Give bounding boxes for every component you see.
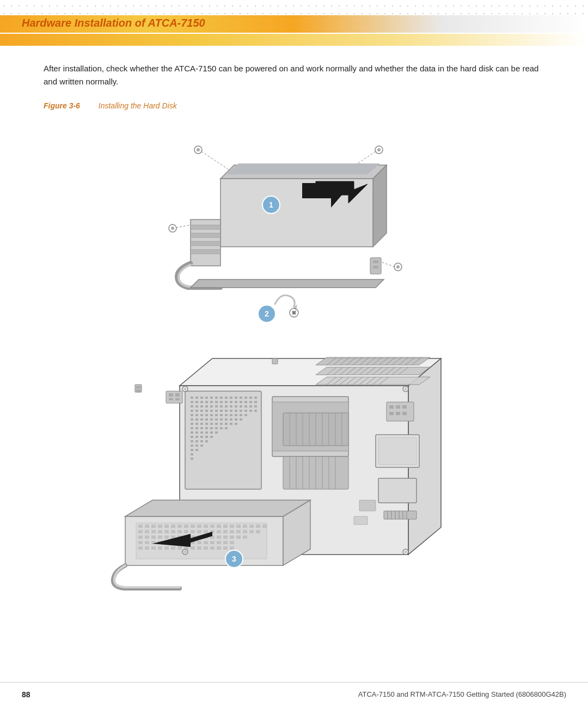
svg-rect-296 xyxy=(243,535,247,539)
svg-rect-197 xyxy=(191,423,193,425)
svg-rect-218 xyxy=(205,431,208,434)
orange-banner xyxy=(0,34,588,46)
svg-rect-236 xyxy=(191,458,193,460)
svg-rect-250 xyxy=(197,525,201,528)
svg-rect-294 xyxy=(230,535,234,539)
svg-rect-119 xyxy=(195,397,198,399)
svg-rect-228 xyxy=(200,440,203,442)
svg-marker-239 xyxy=(125,500,310,516)
svg-rect-201 xyxy=(210,423,213,425)
svg-rect-268 xyxy=(184,530,188,533)
svg-rect-187 xyxy=(195,418,198,421)
svg-rect-324 xyxy=(217,546,221,550)
svg-rect-208 xyxy=(195,427,198,429)
svg-rect-165 xyxy=(215,410,218,412)
svg-rect-125 xyxy=(225,397,228,399)
svg-rect-164 xyxy=(210,410,213,412)
svg-rect-254 xyxy=(223,525,228,528)
header-title-bar: Hardware Installation of ATCA-7150 xyxy=(0,15,588,33)
svg-rect-338 xyxy=(175,398,180,400)
svg-rect-190 xyxy=(210,418,213,421)
svg-rect-315 xyxy=(158,546,162,550)
footer-doc-title: ATCA-7150 and RTM-ATCA-7150 Getting Star… xyxy=(358,690,566,698)
svg-rect-307 xyxy=(204,541,208,544)
svg-rect-102 xyxy=(389,412,394,415)
svg-rect-233 xyxy=(191,449,193,451)
svg-rect-183 xyxy=(235,414,237,416)
svg-rect-161 xyxy=(195,410,198,412)
svg-rect-130 xyxy=(249,397,252,399)
svg-rect-168 xyxy=(230,410,232,412)
svg-rect-232 xyxy=(200,445,203,447)
header-dots xyxy=(0,0,588,15)
svg-rect-143 xyxy=(244,401,247,403)
svg-rect-266 xyxy=(171,530,175,533)
svg-rect-179 xyxy=(215,414,218,416)
svg-rect-124 xyxy=(220,397,223,399)
svg-rect-27 xyxy=(373,260,378,263)
svg-rect-173 xyxy=(254,410,257,412)
svg-rect-226 xyxy=(191,440,193,442)
svg-rect-214 xyxy=(225,427,228,429)
page-title: Hardware Installation of ATCA-7150 xyxy=(22,17,205,29)
svg-rect-181 xyxy=(225,414,228,416)
svg-rect-104 xyxy=(402,412,407,415)
svg-rect-258 xyxy=(249,525,254,528)
svg-rect-101 xyxy=(402,405,407,409)
svg-rect-149 xyxy=(205,405,208,407)
svg-point-16 xyxy=(171,227,174,230)
svg-marker-9 xyxy=(226,163,380,174)
svg-rect-116 xyxy=(354,516,367,525)
svg-rect-310 xyxy=(223,541,228,544)
svg-rect-131 xyxy=(254,397,257,399)
svg-rect-313 xyxy=(145,546,149,550)
svg-point-344 xyxy=(184,551,186,553)
svg-rect-292 xyxy=(217,535,221,539)
svg-rect-207 xyxy=(191,427,193,429)
svg-rect-200 xyxy=(205,423,208,425)
svg-rect-275 xyxy=(230,530,234,533)
svg-rect-224 xyxy=(205,436,208,438)
svg-rect-99 xyxy=(389,405,394,409)
svg-point-25 xyxy=(396,265,400,269)
svg-rect-298 xyxy=(145,541,149,544)
svg-rect-170 xyxy=(240,410,242,412)
svg-rect-150 xyxy=(210,405,213,407)
svg-rect-152 xyxy=(220,405,223,407)
svg-rect-261 xyxy=(138,530,143,533)
svg-marker-54 xyxy=(316,367,430,375)
svg-rect-240 xyxy=(136,523,267,559)
svg-rect-205 xyxy=(230,423,232,425)
svg-rect-273 xyxy=(217,530,221,533)
main-content: After installation, check whether the AT… xyxy=(0,46,588,664)
svg-rect-249 xyxy=(191,525,195,528)
svg-rect-195 xyxy=(235,418,237,421)
svg-rect-142 xyxy=(240,401,242,403)
svg-rect-153 xyxy=(225,405,228,407)
svg-rect-103 xyxy=(396,412,400,415)
svg-rect-194 xyxy=(230,418,232,421)
page-header: Hardware Installation of ATCA-7150 xyxy=(0,0,588,33)
svg-rect-192 xyxy=(220,418,223,421)
svg-rect-277 xyxy=(243,530,247,533)
svg-rect-186 xyxy=(191,418,193,421)
svg-rect-241 xyxy=(138,525,143,528)
svg-rect-144 xyxy=(249,401,252,403)
figure-number: Figure 3-6 xyxy=(44,101,80,110)
svg-rect-185 xyxy=(244,414,247,416)
svg-rect-167 xyxy=(225,410,228,412)
svg-rect-284 xyxy=(164,535,169,539)
page-footer: 88 ATCA-7150 and RTM-ATCA-7150 Getting S… xyxy=(0,682,588,706)
svg-rect-244 xyxy=(158,525,162,528)
svg-rect-318 xyxy=(177,546,182,550)
svg-rect-213 xyxy=(220,427,223,429)
svg-rect-129 xyxy=(244,397,247,399)
svg-rect-281 xyxy=(145,535,149,539)
svg-rect-312 xyxy=(138,546,143,550)
svg-rect-325 xyxy=(223,546,228,550)
svg-marker-7 xyxy=(373,165,387,247)
svg-rect-132 xyxy=(191,401,193,403)
svg-rect-136 xyxy=(210,401,213,403)
svg-rect-20 xyxy=(191,241,220,246)
svg-rect-283 xyxy=(158,535,162,539)
